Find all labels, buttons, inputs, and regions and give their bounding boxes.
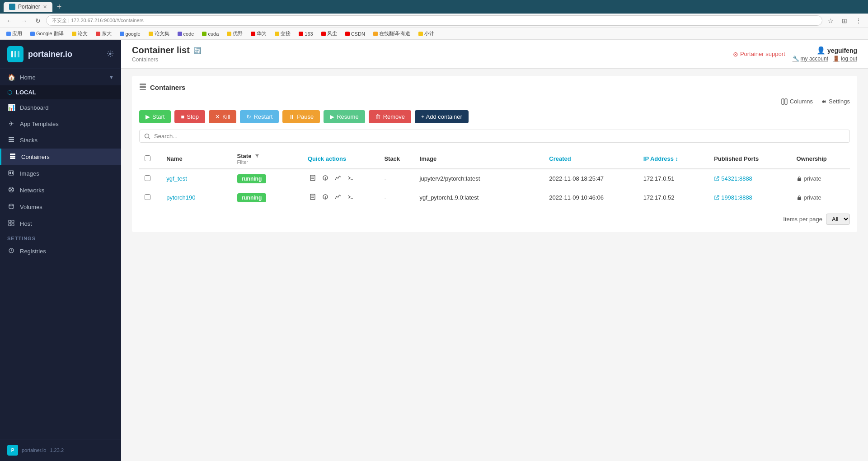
containers-section-icon: [139, 83, 146, 92]
state-filter-icon[interactable]: [255, 154, 259, 159]
logout-label: log out: [841, 56, 857, 62]
extensions-button[interactable]: ⊞: [839, 16, 850, 25]
col-header-quick: Quick actions: [302, 149, 379, 169]
row2-ports-cell: 19981:8888: [708, 188, 791, 207]
svg-point-34: [325, 179, 326, 180]
bookmark-csdn[interactable]: CSDN: [343, 29, 368, 38]
sidebar-item-host[interactable]: Host: [0, 215, 121, 232]
row1-ownership-text: private: [804, 175, 821, 182]
settings-label: Settings: [829, 98, 850, 105]
lock-icon: [797, 176, 802, 182]
bookmark-xiaoji[interactable]: 小计: [416, 29, 437, 38]
row1-checkbox[interactable]: [145, 175, 150, 181]
bookmark-huawei[interactable]: 华为: [248, 29, 269, 38]
reload-button[interactable]: ↻: [33, 16, 43, 25]
main-header: Container list 🔄 Containers ⊗ Portainer …: [121, 40, 868, 69]
sidebar-item-stacks[interactable]: Stacks: [0, 132, 121, 149]
refresh-icon[interactable]: 🔄: [193, 47, 201, 54]
row1-inspect-button[interactable]: [320, 174, 330, 183]
row1-console-button[interactable]: [346, 174, 356, 183]
page-title-area: Container list 🔄: [132, 45, 201, 56]
sidebar-item-images[interactable]: Images: [0, 165, 121, 182]
row2-port-link[interactable]: 19981:8888: [714, 194, 785, 201]
bookmark-button[interactable]: ☆: [825, 16, 836, 25]
settings-button[interactable]: Settings: [820, 98, 850, 105]
stop-button[interactable]: ■ Stop: [174, 110, 205, 123]
bookmark-google[interactable]: google: [117, 29, 143, 38]
menu-button[interactable]: ⋮: [853, 16, 864, 25]
items-per-page-select[interactable]: All 10 25 50: [826, 214, 850, 225]
address-bar[interactable]: 不安全 | 172.20.67.216:9000/#/containers: [46, 15, 822, 26]
resume-button[interactable]: ▶ Resume: [324, 110, 365, 123]
row1-name-link[interactable]: ygf_test: [166, 175, 187, 182]
sidebar-item-home[interactable]: 🏠 Home ▼: [0, 69, 121, 85]
row1-name-cell: ygf_test: [161, 169, 231, 188]
sidebar-item-containers[interactable]: Containers: [0, 149, 121, 165]
sidebar-item-registries[interactable]: Registries: [0, 243, 121, 260]
bookmark-dongda[interactable]: 东大: [93, 29, 114, 38]
svg-rect-37: [798, 178, 801, 181]
bookmark-fengchen[interactable]: 风尘: [319, 29, 340, 38]
row2-stack-cell: -: [379, 188, 414, 207]
svg-rect-26: [785, 99, 787, 104]
support-link[interactable]: ⊗ Portainer support: [733, 51, 785, 58]
resume-label: Resume: [337, 113, 358, 120]
row1-logs-button[interactable]: [308, 174, 318, 183]
row1-stats-button[interactable]: [333, 174, 343, 183]
content-area: Containers Columns Settings: [121, 69, 868, 461]
pause-button[interactable]: ⏸ Pause: [282, 110, 320, 123]
forward-button[interactable]: →: [18, 16, 30, 25]
bookmark-jiajie[interactable]: 交接: [272, 29, 293, 38]
sidebar-config-icon[interactable]: [107, 50, 114, 59]
search-input[interactable]: [154, 133, 845, 140]
new-tab-button[interactable]: +: [54, 2, 65, 12]
columns-label: Columns: [790, 98, 813, 105]
row2-port-text: 19981:8888: [721, 194, 752, 201]
sidebar-item-dashboard[interactable]: 📊 Dashboard: [0, 99, 121, 116]
svg-point-27: [145, 134, 149, 138]
row2-name-link[interactable]: pytorch190: [166, 194, 195, 201]
search-bar[interactable]: [139, 130, 850, 143]
row2-logs-button[interactable]: [308, 193, 318, 202]
row2-console-button[interactable]: [346, 193, 356, 202]
table-row: ygf_test running: [139, 169, 850, 188]
tab-close-button[interactable]: ✕: [43, 4, 47, 10]
kill-button[interactable]: ✕ Kill: [209, 110, 236, 123]
active-tab[interactable]: Portainer ✕: [4, 2, 52, 12]
sidebar-item-volumes[interactable]: Volumes: [0, 199, 121, 215]
ip-header-text: IP Address: [643, 155, 674, 162]
bookmark-youye[interactable]: 优野: [224, 29, 245, 38]
my-account-link[interactable]: 🔧 my account: [793, 56, 828, 62]
remove-button[interactable]: 🗑 Remove: [369, 110, 411, 123]
bookmark-lunwen[interactable]: 论文: [69, 29, 90, 38]
select-all-checkbox[interactable]: [145, 155, 150, 161]
bookmark-cuda[interactable]: cuda: [199, 29, 221, 38]
remove-icon: 🗑: [375, 113, 381, 120]
row2-checkbox[interactable]: [145, 194, 150, 200]
bookmark-translate[interactable]: Google 翻译: [28, 29, 66, 38]
row2-checkbox-cell: [139, 188, 161, 207]
row1-port-link[interactable]: 54321:8888: [714, 175, 785, 182]
bookmark-163[interactable]: 163: [296, 29, 315, 38]
ip-sort-button[interactable]: ↕: [676, 155, 679, 162]
bookmark-apps[interactable]: 应用: [4, 29, 25, 38]
support-icon: ⊗: [733, 51, 738, 58]
svg-rect-9: [10, 158, 15, 159]
sidebar-item-apptemplates[interactable]: ✈ App Templates: [0, 116, 121, 132]
action-bar: ▶ Start ■ Stop ✕ Kill ↻ Restart: [139, 110, 850, 123]
restart-button[interactable]: ↻ Restart: [240, 110, 279, 123]
row1-created-cell: 2022-11-08 18:25:47: [544, 169, 638, 188]
add-container-button[interactable]: + Add container: [415, 110, 469, 123]
row2-stats-button[interactable]: [333, 193, 343, 202]
kill-icon: ✕: [215, 113, 220, 120]
bookmark-code[interactable]: code: [175, 29, 197, 38]
bookmark-youdao[interactable]: 在线翻译·有道: [371, 29, 413, 38]
bookmark-lunwenji[interactable]: 论文集: [146, 29, 172, 38]
logout-link[interactable]: 🚪 log out: [833, 56, 857, 62]
row2-inspect-button[interactable]: [320, 193, 330, 202]
start-button[interactable]: ▶ Start: [139, 110, 171, 123]
back-button[interactable]: ←: [4, 16, 15, 25]
svg-rect-25: [782, 99, 784, 104]
sidebar-item-networks[interactable]: Networks: [0, 182, 121, 199]
columns-button[interactable]: Columns: [781, 98, 813, 105]
